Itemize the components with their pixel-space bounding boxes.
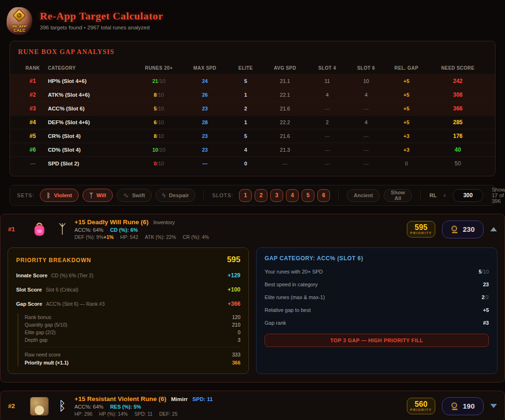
- table-header-row: RANK CATEGORY RUNES 20+ MAX SPD ELITE AV…: [10, 62, 495, 74]
- cell-slot6: —: [348, 161, 385, 166]
- rune-info: +15 Resistant Violent Rune (6) Mimirr SP…: [74, 395, 213, 417]
- rune-title: +15 Resistant Violent Rune (6): [74, 395, 166, 402]
- cell-slot6: 4: [348, 92, 385, 98]
- set-filter-violent[interactable]: ᛒ Violent: [40, 189, 79, 202]
- cell-slot4: —: [307, 147, 348, 153]
- cell-avgspd: —: [263, 161, 307, 166]
- slot-filter-3[interactable]: 3: [270, 189, 283, 202]
- col-category: CATEGORY: [48, 65, 136, 71]
- rune-substat: HP (%): 14%: [99, 411, 128, 417]
- set-filter-despair[interactable]: ϟ Despair: [156, 189, 196, 202]
- swift-rune-icon: ∿: [123, 192, 129, 199]
- header-titles: Re-App Target Calculator 396 targets fou…: [40, 7, 163, 30]
- cell-relgap: +5: [385, 78, 428, 84]
- cell-slot6: —: [348, 147, 385, 153]
- cell-slot6: —: [348, 133, 385, 139]
- rune-main-stat: ACC%: 64%: [74, 227, 103, 233]
- cell-category: ATK% (Slot 4+6): [48, 92, 136, 98]
- rune-main-stat: ACC%: 64%: [74, 404, 103, 410]
- cell-maxspd: 24: [182, 78, 228, 84]
- cell-elite: 1: [228, 119, 263, 125]
- cell-needscore: 242: [428, 78, 487, 84]
- gap-category-row: Best speed in category 23: [265, 282, 489, 287]
- cell-slot6: —: [348, 106, 385, 111]
- cell-needscore: 50: [428, 160, 487, 167]
- rune-info: +15 Deadly Will Rune (6) Inventory ACC%:…: [74, 219, 209, 240]
- set-filter-swift[interactable]: ∿ Swift: [117, 189, 152, 202]
- divider: [203, 190, 204, 201]
- rune-substat: DEF (%): 9%+1%: [74, 234, 114, 240]
- cell-category: SPD (Slot 2): [48, 161, 136, 166]
- cell-needscore: 285: [428, 119, 487, 126]
- table-row: #4 DEF% (Slot 4+6) 6/10 28 1 22.2 2 4 +5…: [10, 115, 495, 129]
- cell-maxspd: 28: [182, 119, 228, 125]
- cell-runes: 6/10: [136, 119, 182, 125]
- cell-relgap: +3: [385, 147, 428, 153]
- rune-card-2-header[interactable]: #2 ᛒ +15 Resistant Violent Rune (6) Mimi…: [0, 391, 505, 420]
- top-gap-banner: TOP 3 GAP — HIGH PRIORITY FILL: [265, 334, 489, 347]
- rune-card-2: #2 ᛒ +15 Resistant Violent Rune (6) Mimi…: [0, 391, 505, 420]
- cell-relgap: 0: [385, 161, 428, 166]
- cell-rank: #6: [18, 146, 48, 153]
- gap-category-row: Relative gap to best +5: [265, 307, 489, 313]
- show-all-button[interactable]: Show All: [384, 189, 412, 202]
- cell-category: ACC% (Slot 6): [48, 106, 136, 111]
- breakdown-row: Slot Score Slot 6 (Critical) +100: [16, 286, 240, 293]
- cell-maxspd: 26: [182, 92, 228, 98]
- slot-filters: 1 2 3 4 5 6: [239, 189, 330, 202]
- cell-rank: —: [18, 161, 48, 166]
- gap-analysis-title: RUNE BOX GAP ANALYSIS: [10, 48, 495, 56]
- score-badge: 190: [442, 397, 484, 415]
- inventory-backpack-icon: [29, 222, 50, 237]
- cell-rank: #4: [18, 119, 48, 126]
- slots-label: SLOTS:: [212, 192, 233, 198]
- cell-relgap: +5: [385, 119, 428, 125]
- gap-category-row: Gap rank #3: [265, 320, 489, 326]
- priority-mult-row: Priority mult (×1.1)366: [25, 359, 240, 366]
- cell-rank: #5: [18, 133, 48, 139]
- rune-substat: HP: 542: [120, 234, 138, 240]
- slot-filter-6[interactable]: 6: [317, 189, 330, 202]
- cell-rank: #1: [18, 78, 48, 84]
- slot-filter-2[interactable]: 2: [255, 189, 267, 202]
- rl-threshold-input[interactable]: [453, 189, 483, 202]
- cell-runes: 8/10: [136, 92, 182, 98]
- cell-needscore: 176: [428, 133, 487, 139]
- table-row: #6 CD% (Slot 4) 10/10 23 4 21.3 — — +3 4…: [10, 143, 495, 156]
- priority-badge: 560 PRIORITY: [407, 398, 435, 414]
- set-filter-will[interactable]: ᛉ Will: [83, 189, 113, 202]
- slot-filter-1[interactable]: 1: [239, 189, 252, 202]
- priority-breakdown-panel: PRIORITY BREAKDOWN 595 Innate Score CD (…: [8, 247, 249, 374]
- raw-need-score-row: Raw need score333: [25, 351, 240, 359]
- cell-needscore: 40: [428, 146, 487, 153]
- cell-slot4: —: [307, 133, 348, 139]
- rune-substat: HP: 296: [74, 411, 92, 417]
- cell-relgap: +5: [385, 92, 428, 98]
- rune-innate-stat: RES (%): 5%: [110, 404, 141, 410]
- cell-runes: 5/10: [136, 106, 182, 111]
- rune-substat: DEF: 25: [159, 411, 178, 417]
- rune-card-1-header[interactable]: #1 ᛉ +15 Deadly Will Rune (6) Inventory …: [0, 214, 505, 244]
- collapse-chevron-icon[interactable]: [490, 227, 497, 231]
- rune-owner: Mimirr: [171, 396, 188, 402]
- cell-needscore: 308: [428, 91, 487, 98]
- logo-rune-swirl-icon: [12, 9, 27, 23]
- cell-category: CR% (Slot 4): [48, 133, 136, 139]
- rune-substat: CR (%): 4%: [183, 234, 209, 240]
- slot-filter-5[interactable]: 5: [302, 189, 314, 202]
- col-relgap: REL. GAP: [385, 65, 428, 71]
- ancient-filter-button[interactable]: Ancient: [347, 189, 380, 202]
- cell-elite: 1: [228, 92, 263, 98]
- table-row: #1 HP% (Slot 4+6) 21/10 24 5 21.1 11 10 …: [10, 74, 495, 88]
- cell-maxspd: —: [182, 161, 228, 166]
- slot-filter-4[interactable]: 4: [286, 189, 299, 202]
- cell-needscore: 366: [428, 105, 487, 112]
- expand-chevron-icon[interactable]: [490, 404, 497, 408]
- col-maxspd: MAX SPD: [182, 65, 228, 71]
- breakdown-detail-row: Depth gap3: [25, 336, 240, 344]
- col-slot6: SLOT 6: [348, 65, 385, 71]
- cell-slot4: 4: [307, 92, 348, 98]
- cell-elite: 5: [228, 133, 263, 139]
- rune-title: +15 Deadly Will Rune (6): [74, 219, 148, 226]
- rune-substat: ATK (%): 22%: [145, 234, 176, 240]
